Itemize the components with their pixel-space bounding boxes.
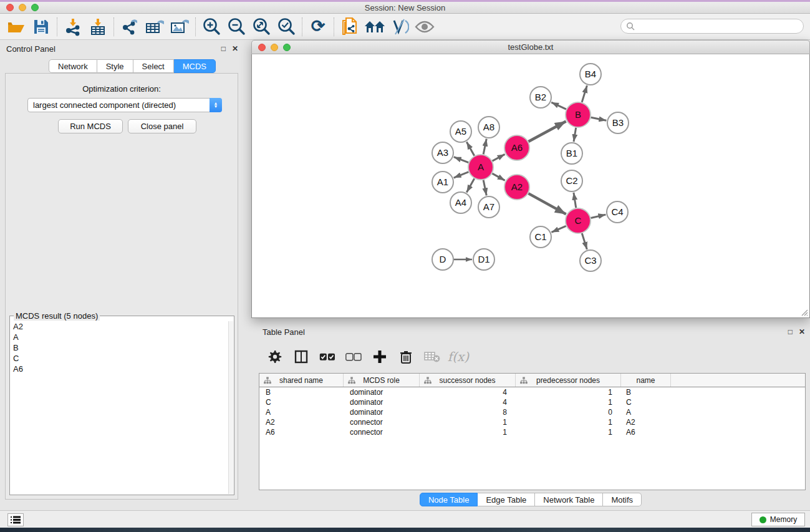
edge-B-B3[interactable] (591, 117, 607, 120)
edge-A-A7[interactable] (483, 180, 486, 196)
show-graphics-details-button[interactable] (412, 15, 437, 39)
column-header-successor-nodes[interactable]: successor nodes (420, 374, 516, 387)
node-B3[interactable]: B3 (607, 112, 629, 133)
node-C3[interactable]: C3 (580, 250, 601, 271)
new-network-file-button[interactable] (337, 15, 362, 39)
node-D1[interactable]: D1 (473, 249, 494, 270)
memory-button[interactable]: Memory (751, 513, 805, 526)
edge-A-A1[interactable] (454, 172, 469, 178)
table-settings-button[interactable] (264, 346, 286, 368)
tab-select[interactable]: Select (133, 59, 174, 73)
edge-A-A2[interactable] (492, 173, 504, 180)
import-table-button[interactable] (85, 15, 110, 39)
edge-B-B1[interactable] (574, 128, 576, 142)
float-panel-icon[interactable]: □ (788, 327, 793, 336)
node-A4[interactable]: A4 (450, 192, 471, 213)
refresh-button[interactable]: ⟳ (306, 15, 330, 39)
delete-table-button[interactable] (421, 346, 443, 368)
edge-C-C4[interactable] (591, 215, 605, 218)
table-row[interactable]: C dominator 4 1 C (259, 397, 805, 407)
float-panel-icon[interactable]: □ (221, 44, 226, 53)
node-A3[interactable]: A3 (432, 142, 453, 163)
close-panel-button[interactable]: Close panel (128, 119, 196, 133)
tab-node-table[interactable]: Node Table (420, 493, 478, 506)
edge-A6-B[interactable] (528, 121, 566, 142)
export-image-button[interactable] (167, 15, 192, 39)
column-header-predecessor-nodes[interactable]: predecessor nodes (516, 374, 621, 387)
list-scrollbar[interactable] (228, 321, 233, 494)
table-row[interactable]: A dominator 8 0 A (259, 407, 805, 417)
edge-C-C2[interactable] (574, 193, 576, 208)
node-C[interactable]: C (566, 208, 591, 233)
delete-column-button[interactable] (395, 346, 417, 368)
criterion-select[interactable]: largest connected component (directed) ▲… (27, 98, 222, 112)
deselect-all-button[interactable] (342, 346, 365, 368)
column-header-mcds-role[interactable]: MCDS role (344, 374, 420, 387)
zoom-fit-button[interactable] (249, 15, 274, 39)
task-history-button[interactable] (7, 513, 24, 526)
node-B[interactable]: B (566, 102, 591, 127)
node-C1[interactable]: C1 (530, 226, 551, 248)
edge-A-A6[interactable] (493, 154, 505, 161)
list-item[interactable]: A2 (11, 321, 228, 332)
zoom-out-button[interactable] (224, 15, 249, 39)
tab-network[interactable]: Network (49, 59, 97, 73)
open-session-button[interactable] (4, 15, 29, 39)
node-B2[interactable]: B2 (530, 87, 551, 108)
search-field[interactable] (620, 19, 804, 34)
edge-A-A3[interactable] (454, 157, 469, 163)
edge-A-A8[interactable] (483, 139, 486, 155)
tab-style[interactable]: Style (97, 59, 133, 73)
hide-graphics-details-button[interactable] (387, 15, 412, 39)
resize-grip-icon[interactable] (799, 307, 808, 316)
node-A6[interactable]: A6 (504, 135, 529, 160)
node-A8[interactable]: A8 (478, 117, 499, 138)
mcds-result-list[interactable]: A2 A B C A6 (11, 321, 228, 494)
zoom-selected-button[interactable] (274, 15, 299, 39)
node-table[interactable]: shared name MCDS role successor nodes pr… (259, 373, 806, 490)
node-A2[interactable]: A2 (504, 175, 529, 200)
close-panel-icon[interactable]: ✕ (799, 327, 805, 336)
tab-edge-table[interactable]: Edge Table (478, 493, 535, 506)
edge-C-C1[interactable] (551, 226, 566, 232)
edge-A2-C[interactable] (528, 193, 566, 214)
edge-A-A5[interactable] (466, 142, 474, 156)
edge-C-C3[interactable] (582, 233, 587, 249)
function-builder-button[interactable]: f(x) (447, 346, 470, 368)
node-A7[interactable]: A7 (478, 196, 499, 218)
home-button[interactable] (362, 15, 387, 39)
import-network-button[interactable] (60, 15, 85, 39)
column-header-shared-name[interactable]: shared name (259, 374, 344, 387)
table-row[interactable]: B dominator 4 1 B (259, 387, 805, 397)
table-row[interactable]: A2 connector 1 1 A2 (259, 417, 805, 427)
node-B1[interactable]: B1 (561, 143, 582, 164)
list-item[interactable]: B (11, 342, 228, 353)
select-all-button[interactable] (316, 346, 339, 368)
node-A[interactable]: A (468, 155, 493, 180)
network-canvas[interactable]: B4B2BB3A8A5A6B1A3AC2A1A2A4A7C4CC1C3DD1 (251, 54, 810, 318)
zoom-in-button[interactable] (199, 15, 224, 39)
edge-B-B2[interactable] (551, 102, 566, 109)
export-table-button[interactable] (142, 15, 167, 39)
edge-A-A4[interactable] (466, 178, 474, 192)
tab-motifs[interactable]: Motifs (603, 493, 642, 506)
network-window-titlebar[interactable]: testGlobe.txt (251, 40, 810, 54)
list-item[interactable]: A6 (11, 364, 228, 374)
list-item[interactable]: C (11, 353, 228, 364)
node-A1[interactable]: A1 (432, 172, 453, 193)
column-header-name[interactable]: name (621, 374, 671, 387)
list-item[interactable]: A (11, 332, 228, 342)
network-graph[interactable]: B4B2BB3A8A5A6B1A3AC2A1A2A4A7C4CC1C3DD1 (253, 54, 809, 317)
show-column-button[interactable] (290, 346, 312, 368)
search-input[interactable] (635, 22, 803, 31)
table-row[interactable]: A6 connector 1 1 A6 (259, 427, 805, 437)
close-panel-icon[interactable]: ✕ (232, 44, 238, 53)
run-mcds-button[interactable]: Run MCDS (58, 119, 123, 133)
edge-B-B4[interactable] (582, 85, 587, 102)
tab-network-table[interactable]: Network Table (535, 493, 603, 506)
node-D[interactable]: D (432, 249, 453, 270)
node-C4[interactable]: C4 (607, 201, 628, 223)
node-A5[interactable]: A5 (450, 121, 471, 142)
save-session-button[interactable] (29, 15, 54, 39)
node-B4[interactable]: B4 (580, 64, 601, 85)
